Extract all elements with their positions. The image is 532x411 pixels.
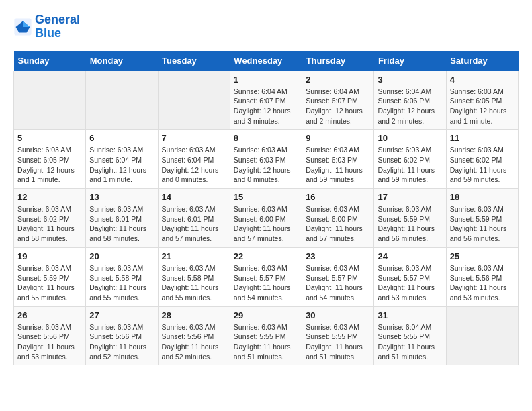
day-info: Sunrise: 6:03 AM Sunset: 6:03 PM Dayligh…: [306, 145, 370, 185]
calendar-cell: 10Sunrise: 6:03 AM Sunset: 6:02 PM Dayli…: [374, 130, 446, 189]
day-number: 24: [378, 251, 442, 261]
calendar-cell: 9Sunrise: 6:03 AM Sunset: 6:03 PM Daylig…: [302, 130, 374, 189]
day-info: Sunrise: 6:03 AM Sunset: 5:57 PM Dayligh…: [378, 263, 442, 303]
day-number: 23: [306, 251, 370, 261]
day-info: Sunrise: 6:03 AM Sunset: 5:59 PM Dayligh…: [17, 263, 82, 303]
calendar-cell: [158, 71, 230, 130]
calendar-cell: 7Sunrise: 6:03 AM Sunset: 6:04 PM Daylig…: [158, 130, 230, 189]
day-info: Sunrise: 6:03 AM Sunset: 6:00 PM Dayligh…: [234, 204, 298, 244]
calendar-cell: 18Sunrise: 6:03 AM Sunset: 5:59 PM Dayli…: [446, 189, 518, 248]
calendar-cell: 30Sunrise: 6:03 AM Sunset: 5:55 PM Dayli…: [302, 306, 374, 365]
day-info: Sunrise: 6:03 AM Sunset: 5:56 PM Dayligh…: [450, 263, 515, 303]
day-number: 3: [378, 75, 442, 85]
day-number: 11: [450, 133, 515, 143]
day-number: 28: [162, 310, 226, 320]
weekday-header: Tuesday: [158, 51, 230, 71]
day-info: Sunrise: 6:03 AM Sunset: 5:56 PM Dayligh…: [162, 322, 226, 362]
weekday-header: Monday: [86, 51, 158, 71]
calendar-cell: 29Sunrise: 6:03 AM Sunset: 5:55 PM Dayli…: [230, 306, 302, 365]
calendar-week-row: 26Sunrise: 6:03 AM Sunset: 5:56 PM Dayli…: [14, 306, 519, 365]
day-number: 14: [162, 192, 226, 202]
weekday-header: Wednesday: [230, 51, 302, 71]
day-info: Sunrise: 6:03 AM Sunset: 6:00 PM Dayligh…: [306, 204, 370, 244]
calendar-cell: 2Sunrise: 6:04 AM Sunset: 6:07 PM Daylig…: [302, 71, 374, 130]
day-info: Sunrise: 6:03 AM Sunset: 5:58 PM Dayligh…: [89, 263, 154, 303]
day-number: 7: [162, 133, 226, 143]
calendar-body: 1Sunrise: 6:04 AM Sunset: 6:07 PM Daylig…: [14, 71, 519, 365]
day-number: 31: [378, 310, 442, 320]
day-number: 29: [234, 310, 298, 320]
calendar-header: SundayMondayTuesdayWednesdayThursdayFrid…: [14, 51, 519, 71]
calendar-cell: 22Sunrise: 6:03 AM Sunset: 5:57 PM Dayli…: [230, 247, 302, 306]
calendar-week-row: 1Sunrise: 6:04 AM Sunset: 6:07 PM Daylig…: [14, 71, 519, 130]
day-number: 8: [234, 133, 298, 143]
header-row: SundayMondayTuesdayWednesdayThursdayFrid…: [14, 51, 519, 71]
day-number: 17: [378, 192, 442, 202]
weekday-header: Friday: [374, 51, 446, 71]
day-number: 9: [306, 133, 370, 143]
day-info: Sunrise: 6:03 AM Sunset: 6:04 PM Dayligh…: [162, 145, 226, 185]
calendar-cell: 24Sunrise: 6:03 AM Sunset: 5:57 PM Dayli…: [374, 247, 446, 306]
calendar-cell: [86, 71, 158, 130]
day-number: 16: [306, 192, 370, 202]
day-number: 13: [89, 192, 154, 202]
day-number: 22: [234, 251, 298, 261]
day-number: 4: [450, 75, 515, 85]
calendar-cell: 6Sunrise: 6:03 AM Sunset: 6:04 PM Daylig…: [86, 130, 158, 189]
day-info: Sunrise: 6:03 AM Sunset: 6:02 PM Dayligh…: [17, 204, 82, 244]
day-info: Sunrise: 6:03 AM Sunset: 5:55 PM Dayligh…: [306, 322, 370, 362]
day-number: 1: [234, 75, 298, 85]
calendar-week-row: 19Sunrise: 6:03 AM Sunset: 5:59 PM Dayli…: [14, 247, 519, 306]
calendar-cell: [446, 306, 518, 365]
day-number: 21: [162, 251, 226, 261]
day-number: 15: [234, 192, 298, 202]
calendar-cell: 25Sunrise: 6:03 AM Sunset: 5:56 PM Dayli…: [446, 247, 518, 306]
day-number: 6: [89, 133, 154, 143]
day-info: Sunrise: 6:03 AM Sunset: 6:04 PM Dayligh…: [89, 145, 154, 185]
calendar-cell: 19Sunrise: 6:03 AM Sunset: 5:59 PM Dayli…: [14, 247, 86, 306]
day-number: 18: [450, 192, 515, 202]
calendar-cell: 11Sunrise: 6:03 AM Sunset: 6:02 PM Dayli…: [446, 130, 518, 189]
calendar-cell: 8Sunrise: 6:03 AM Sunset: 6:03 PM Daylig…: [230, 130, 302, 189]
day-info: Sunrise: 6:03 AM Sunset: 5:56 PM Dayligh…: [89, 322, 154, 362]
day-info: Sunrise: 6:04 AM Sunset: 6:07 PM Dayligh…: [234, 87, 298, 126]
calendar-cell: 31Sunrise: 6:04 AM Sunset: 5:55 PM Dayli…: [374, 306, 446, 365]
calendar-cell: 15Sunrise: 6:03 AM Sunset: 6:00 PM Dayli…: [230, 189, 302, 248]
calendar-cell: 20Sunrise: 6:03 AM Sunset: 5:58 PM Dayli…: [86, 247, 158, 306]
day-info: Sunrise: 6:03 AM Sunset: 6:01 PM Dayligh…: [162, 204, 226, 244]
day-info: Sunrise: 6:03 AM Sunset: 5:58 PM Dayligh…: [162, 263, 226, 303]
day-number: 25: [450, 251, 515, 261]
calendar-cell: 5Sunrise: 6:03 AM Sunset: 6:05 PM Daylig…: [14, 130, 86, 189]
calendar-cell: 13Sunrise: 6:03 AM Sunset: 6:01 PM Dayli…: [86, 189, 158, 248]
day-info: Sunrise: 6:03 AM Sunset: 5:59 PM Dayligh…: [450, 204, 515, 244]
logo-text: GeneralBlue: [35, 13, 80, 40]
calendar-cell: 27Sunrise: 6:03 AM Sunset: 5:56 PM Dayli…: [86, 306, 158, 365]
weekday-header: Saturday: [446, 51, 518, 71]
day-info: Sunrise: 6:03 AM Sunset: 6:05 PM Dayligh…: [17, 145, 82, 185]
day-info: Sunrise: 6:03 AM Sunset: 6:02 PM Dayligh…: [378, 145, 442, 185]
day-number: 5: [17, 133, 82, 143]
calendar-cell: 21Sunrise: 6:03 AM Sunset: 5:58 PM Dayli…: [158, 247, 230, 306]
calendar-cell: 23Sunrise: 6:03 AM Sunset: 5:57 PM Dayli…: [302, 247, 374, 306]
day-info: Sunrise: 6:04 AM Sunset: 6:06 PM Dayligh…: [378, 87, 442, 126]
day-info: Sunrise: 6:04 AM Sunset: 6:07 PM Dayligh…: [306, 87, 370, 126]
day-number: 19: [17, 251, 82, 261]
day-number: 2: [306, 75, 370, 85]
logo: GeneralBlue: [13, 13, 80, 40]
day-info: Sunrise: 6:03 AM Sunset: 6:02 PM Dayligh…: [450, 145, 515, 185]
day-info: Sunrise: 6:03 AM Sunset: 5:56 PM Dayligh…: [17, 322, 82, 362]
calendar-week-row: 12Sunrise: 6:03 AM Sunset: 6:02 PM Dayli…: [14, 189, 519, 248]
calendar-cell: 1Sunrise: 6:04 AM Sunset: 6:07 PM Daylig…: [230, 71, 302, 130]
calendar-table: SundayMondayTuesdayWednesdayThursdayFrid…: [13, 51, 519, 366]
day-info: Sunrise: 6:03 AM Sunset: 6:03 PM Dayligh…: [234, 145, 298, 185]
calendar-cell: 26Sunrise: 6:03 AM Sunset: 5:56 PM Dayli…: [14, 306, 86, 365]
day-info: Sunrise: 6:03 AM Sunset: 5:55 PM Dayligh…: [234, 322, 298, 362]
calendar-cell: 17Sunrise: 6:03 AM Sunset: 5:59 PM Dayli…: [374, 189, 446, 248]
day-info: Sunrise: 6:03 AM Sunset: 5:57 PM Dayligh…: [306, 263, 370, 303]
logo-icon: [13, 17, 32, 36]
day-info: Sunrise: 6:03 AM Sunset: 5:57 PM Dayligh…: [234, 263, 298, 303]
day-number: 27: [89, 310, 154, 320]
calendar-cell: 3Sunrise: 6:04 AM Sunset: 6:06 PM Daylig…: [374, 71, 446, 130]
calendar-cell: 14Sunrise: 6:03 AM Sunset: 6:01 PM Dayli…: [158, 189, 230, 248]
calendar-cell: 16Sunrise: 6:03 AM Sunset: 6:00 PM Dayli…: [302, 189, 374, 248]
